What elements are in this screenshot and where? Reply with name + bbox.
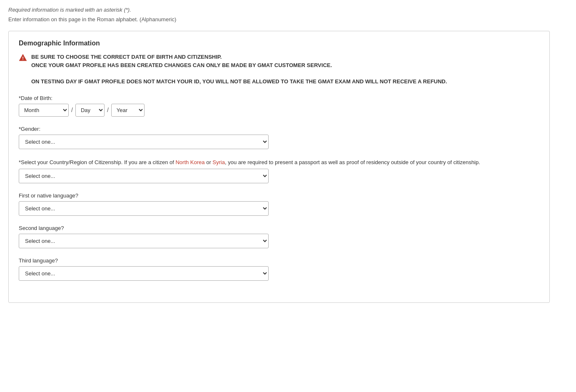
dob-label: *Date of Birth:	[19, 95, 539, 101]
gender-label: *Gender:	[19, 126, 539, 132]
dob-month-select[interactable]: Month January February March April May J…	[19, 104, 69, 117]
dob-row: Month January February March April May J…	[19, 104, 539, 117]
first-language-field-group: First or native language? Select one...	[19, 192, 539, 216]
section-title: Demographic Information	[19, 40, 539, 47]
warning-primary-text: BE SURE TO CHOOSE THE CORRECT DATE OF BI…	[31, 53, 332, 69]
dob-separator-1: /	[71, 107, 73, 113]
second-language-field-group: Second language? Select one...	[19, 225, 539, 248]
third-language-label: Third language?	[19, 257, 539, 264]
dob-separator-2: /	[107, 107, 109, 113]
gender-select[interactable]: Select one... Male Female Other	[19, 135, 269, 149]
second-language-label: Second language?	[19, 225, 539, 231]
second-language-select[interactable]: Select one...	[19, 234, 269, 248]
warning-box: ! BE SURE TO CHOOSE THE CORRECT DATE OF …	[19, 53, 539, 69]
third-language-field-group: Third language? Select one...	[19, 257, 539, 281]
citizenship-label: *Select your Country/Region of Citizensh…	[19, 158, 539, 167]
north-korea-link[interactable]: North Korea	[175, 159, 204, 165]
third-language-select[interactable]: Select one...	[19, 266, 269, 281]
warning-triangle-icon: !	[19, 53, 27, 63]
required-note: Required information is marked with an a…	[8, 7, 568, 13]
first-language-label: First or native language?	[19, 192, 539, 199]
alpha-note: Enter information on this page in the Ro…	[8, 16, 568, 22]
svg-text:!: !	[22, 56, 24, 61]
gender-field-group: *Gender: Select one... Male Female Other	[19, 126, 539, 149]
warning-secondary-text: ON TESTING DAY IF GMAT PROFILE DOES NOT …	[19, 77, 539, 86]
citizenship-field-group: *Select your Country/Region of Citizensh…	[19, 158, 539, 184]
syria-link[interactable]: Syria	[212, 159, 225, 165]
dob-day-select[interactable]: Day 123 456 789 101112 131415 161718 192…	[75, 104, 105, 117]
demographic-form-container: Demographic Information ! BE SURE TO CHO…	[8, 31, 550, 303]
citizenship-select[interactable]: Select one...	[19, 169, 269, 183]
dob-field-group: *Date of Birth: Month January February M…	[19, 95, 539, 117]
first-language-select[interactable]: Select one...	[19, 201, 269, 216]
dob-year-select[interactable]: Year 20262025202420232022202120202019201…	[111, 104, 145, 117]
